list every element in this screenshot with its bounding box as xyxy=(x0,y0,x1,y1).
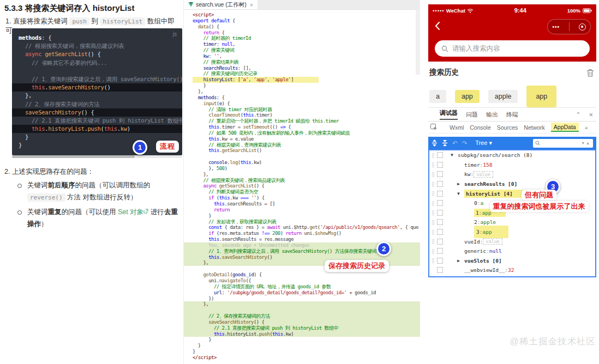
tree-checkbox[interactable] xyxy=(437,200,443,206)
tree-value: apple xyxy=(480,219,496,225)
devtools-tab-调试器[interactable]: 调试器 xyxy=(440,109,458,120)
code-block-scrollbar[interactable] xyxy=(12,155,182,158)
code-line: saveSearchHistory() { xyxy=(184,319,420,325)
drag-handle-icon[interactable]: ⣿ xyxy=(429,258,437,263)
tree-checkbox[interactable] xyxy=(437,152,443,158)
drag-handle-icon[interactable]: ⣿ xyxy=(429,201,437,206)
code-line: input(e) { xyxy=(193,101,420,107)
expand-arrow-icon[interactable]: ▼ xyxy=(451,153,458,157)
text-token: ) { xyxy=(256,195,265,201)
text-token: () { xyxy=(254,319,264,325)
text-token xyxy=(193,142,208,148)
code-line: <script> xyxy=(193,12,420,18)
collapse-all-icon[interactable] xyxy=(442,139,448,147)
devtools-tab-wxml[interactable]: Wxml xyxy=(450,124,464,131)
redo-icon[interactable]: ↷ xyxy=(462,139,468,147)
scrollbar-thumb[interactable] xyxy=(12,155,135,158)
text-token: // 2、保存搜索关键词的方法 xyxy=(208,313,269,319)
capsule-more-icon[interactable]: ••• xyxy=(552,24,560,30)
devtools-tab-sources[interactable]: Sources xyxy=(497,124,518,131)
text-token: data xyxy=(198,24,208,29)
text-token: .historyList. xyxy=(224,331,259,337)
text-token xyxy=(193,201,214,207)
text-token: await xyxy=(267,225,280,230)
expand-all-icon[interactable] xyxy=(432,139,438,147)
trash-icon[interactable] xyxy=(586,69,594,77)
history-tag[interactable]: app xyxy=(526,86,556,107)
text-token: }, xyxy=(193,89,203,94)
appdata-search-input[interactable]: ▼▲ xyxy=(533,139,593,148)
tree-checkbox[interactable] xyxy=(437,171,443,177)
history-tag[interactable]: apple xyxy=(488,90,518,103)
tree-checkbox[interactable] xyxy=(437,229,443,235)
doc-code-block: js methods: { // 根据搜索关键词，搜索商品建议列表 async … xyxy=(12,28,182,155)
tree-checkbox[interactable] xyxy=(437,162,443,168)
text-token: // 根据关键词，查询搜索建议列表 xyxy=(208,142,281,148)
text-token: ( xyxy=(214,195,219,201)
tab-close-icon[interactable]: × xyxy=(250,2,253,8)
drag-handle-icon[interactable]: ⣿ xyxy=(429,220,437,225)
drag-handle-icon[interactable]: ⣿ xyxy=(429,153,437,158)
text-token xyxy=(193,41,203,47)
drag-handle-icon[interactable]: ⣿ xyxy=(429,248,437,254)
drag-handle-icon[interactable]: ⣿ xyxy=(429,191,437,196)
text-token: 关键词 xyxy=(27,181,48,189)
expand-arrow-icon[interactable]: ▼ xyxy=(457,191,464,196)
text-token: .kw = e.value xyxy=(219,136,254,142)
editor-tab[interactable]: search.vue (工作树) × xyxy=(184,0,257,9)
editor-scrollbar[interactable] xyxy=(416,9,420,75)
capsule-close-icon[interactable] xyxy=(579,23,586,31)
tree-checkbox[interactable] xyxy=(437,219,443,225)
history-tag[interactable]: a xyxy=(429,90,446,103)
devtools-tab-终端[interactable]: 终端 xyxy=(506,111,518,119)
tree-checkbox[interactable] xyxy=(437,248,443,254)
text-token xyxy=(193,254,208,260)
tree-checkbox[interactable] xyxy=(437,181,443,187)
devtools-tab-appdata[interactable]: AppData xyxy=(551,123,579,132)
text-token xyxy=(193,148,208,153)
doc-item-2: 2. 上述实现思路存在的问题： xyxy=(4,167,94,177)
note-line-2: 重复的搜索词也被展示了出来 xyxy=(490,201,589,212)
undo-icon[interactable]: ↶ xyxy=(452,139,458,147)
more-tabs-icon[interactable]: » xyxy=(585,124,588,131)
text-token: 进行 xyxy=(148,208,164,216)
drag-handle-icon[interactable]: ⣿ xyxy=(429,181,437,187)
search-input[interactable]: 请输入搜索内容 xyxy=(435,40,590,57)
tree-checkbox[interactable] xyxy=(437,210,443,216)
close-panel-icon[interactable]: × xyxy=(589,111,593,119)
back-icon[interactable] xyxy=(435,21,440,31)
tree-checkbox[interactable] xyxy=(437,258,443,264)
drag-handle-icon[interactable]: ⣿ xyxy=(429,210,437,215)
drag-handle-icon[interactable]: ⣿ xyxy=(429,172,437,177)
devtools-tab-问题[interactable]: 问题 xyxy=(466,111,478,119)
doc-link[interactable]: Set 对象 xyxy=(118,208,143,216)
tree-checkbox[interactable] xyxy=(437,267,443,273)
text-token: searchResults xyxy=(203,65,237,71)
tree-checkbox[interactable] xyxy=(437,191,443,197)
text-token: return xyxy=(285,230,301,236)
drag-handle-icon[interactable]: ⣿ xyxy=(429,162,437,167)
text-token: this xyxy=(272,331,283,337)
text-token: getSearchList xyxy=(222,148,256,153)
text-token: getSearchList xyxy=(219,183,254,189)
tree-node: 3 : app xyxy=(445,226,508,238)
tree-checkbox[interactable] xyxy=(437,239,443,245)
devtools-tab-console[interactable]: Console xyxy=(470,124,491,131)
devtools-tab-输出[interactable]: 输出 xyxy=(486,111,498,119)
text-token: .kw) xyxy=(283,331,293,337)
drag-handle-icon[interactable]: ⣿ xyxy=(429,229,437,235)
expand-arrow-icon[interactable]: ▶ xyxy=(457,258,464,263)
tree-mode-select[interactable]: Tree ▾ xyxy=(475,139,492,147)
drag-handle-icon[interactable]: ⣿ xyxy=(429,239,437,244)
text-token: saveSearchHistory xyxy=(222,254,267,260)
devtools-tab-network[interactable]: Network xyxy=(524,124,545,131)
text-token: // 清除 timer 对应的延时器 xyxy=(208,107,272,112)
text-token: navigateTo xyxy=(219,278,246,283)
expand-arrow-icon[interactable]: ▶ xyxy=(457,181,464,186)
inspect-icon[interactable] xyxy=(430,124,438,131)
phone-body: 搜索历史 aappappleapp xyxy=(428,62,596,109)
history-tag[interactable]: app xyxy=(455,90,480,103)
devtools-tabs-row1: 调试器问题输出终端 ⌃ × xyxy=(428,108,596,122)
filter-arrows-icon[interactable]: ▼▲ xyxy=(581,141,591,145)
collapse-panel-icon[interactable]: ⌃ xyxy=(576,111,580,118)
